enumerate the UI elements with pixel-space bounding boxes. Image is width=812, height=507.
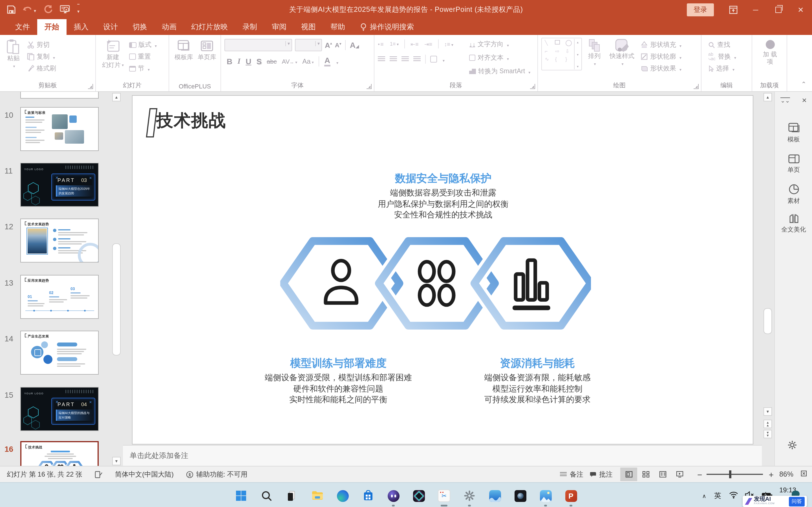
- quick-styles-button[interactable]: 快速样式: [607, 38, 637, 69]
- file-explorer-icon[interactable]: [310, 489, 324, 503]
- columns-icon[interactable]: [430, 56, 437, 62]
- thumbnail-scrollbar[interactable]: ▲ ▼: [112, 93, 121, 466]
- decrease-indent-icon[interactable]: ⇤≡: [410, 41, 418, 47]
- task-view-icon[interactable]: [285, 489, 299, 503]
- hidden-icons-chevron[interactable]: ∧: [702, 493, 706, 499]
- font-dialog-launcher[interactable]: [366, 84, 371, 89]
- increase-indent-icon[interactable]: ⇥≡: [424, 41, 432, 47]
- redo-icon[interactable]: [43, 5, 52, 14]
- zoom-level[interactable]: 86%: [779, 470, 794, 478]
- numbering-icon[interactable]: 1≡: [390, 41, 399, 47]
- thumbnail-slide-13[interactable]: 应用发展趋势 01 02 03: [20, 275, 99, 319]
- notes-toggle[interactable]: 备注: [560, 469, 583, 479]
- convert-smartart-button[interactable]: 转换为 SmartArt: [469, 65, 530, 77]
- font-size-combo[interactable]: [295, 39, 322, 51]
- ribbon-display-options-icon[interactable]: [722, 0, 744, 19]
- tab-review[interactable]: 审阅: [264, 19, 294, 35]
- font-color-dropdown-icon[interactable]: [335, 56, 338, 66]
- tab-help[interactable]: 帮助: [323, 19, 352, 35]
- thumbnail-slide-15[interactable]: YOUR LOGO ✕ ✕ PART 04 端侧AI大模型的挑战与 应对策略: [20, 387, 99, 431]
- bold-button[interactable]: B: [227, 57, 232, 66]
- ime-language-indicator[interactable]: 英: [714, 491, 721, 501]
- sidebar-item-templates[interactable]: 模板: [775, 122, 812, 144]
- tell-me-search[interactable]: 操作说明搜索: [360, 19, 414, 35]
- tab-view[interactable]: 视图: [294, 19, 323, 35]
- thumbnail-scrollbar-thumb[interactable]: [112, 243, 121, 355]
- tab-design[interactable]: 设计: [96, 19, 125, 35]
- camera-app-icon[interactable]: [513, 489, 527, 503]
- reading-view-button[interactable]: [654, 467, 671, 481]
- start-slideshow-icon[interactable]: [60, 5, 70, 14]
- change-case-button[interactable]: Aa: [302, 57, 313, 65]
- align-left-icon[interactable]: [378, 56, 385, 62]
- zoom-slider[interactable]: [707, 474, 763, 475]
- text-direction-button[interactable]: ↓↓文字方向: [469, 38, 509, 50]
- top-heading[interactable]: 数据安全与隐私保护: [133, 171, 754, 186]
- top-body[interactable]: 端侧数据容易受到攻击和泄露 用户隐私保护与数据利用之间的权衡 安全性和合规性的技…: [133, 187, 754, 221]
- next-slide-button[interactable]: ▼▼: [763, 430, 772, 438]
- increase-font-icon[interactable]: A▴: [325, 41, 332, 49]
- powerpoint-icon[interactable]: P: [564, 489, 578, 503]
- previous-slide-button[interactable]: ▲▲: [763, 420, 772, 428]
- language-status[interactable]: 简体中文(中国大陆): [115, 469, 174, 479]
- format-painter-button[interactable]: 格式刷: [27, 62, 56, 74]
- page-library-button[interactable]: 单页库: [198, 38, 216, 62]
- layout-button[interactable]: 版式: [129, 39, 157, 51]
- justify-icon[interactable]: [413, 56, 421, 62]
- thumbnail-slide-12[interactable]: 技术发展趋势: [20, 219, 99, 263]
- text-shadow-button[interactable]: S: [256, 57, 262, 66]
- normal-view-button[interactable]: [620, 467, 638, 481]
- zoom-out-button[interactable]: −: [697, 469, 702, 479]
- shape-gallery[interactable]: ╲ ⌐⇨⇩ ∿{} ▴▾▾: [541, 38, 582, 70]
- shape-gallery-scroll[interactable]: ▴▾▾: [574, 39, 581, 69]
- find-button[interactable]: 查找: [708, 39, 749, 51]
- slide-scrollbar[interactable]: ▲ ▼ ▲▲ ▼▼: [762, 92, 774, 466]
- paste-button[interactable]: 粘贴: [3, 38, 24, 71]
- zoom-slider-thumb[interactable]: [729, 470, 731, 478]
- tab-animations[interactable]: 动画: [154, 19, 184, 35]
- thumbnail-slide-14[interactable]: 产业生态发展: [20, 331, 99, 375]
- customize-qat-icon[interactable]: [77, 4, 80, 15]
- align-center-icon[interactable]: [390, 56, 397, 62]
- paragraph-dialog-launcher[interactable]: [530, 84, 535, 89]
- template-library-button[interactable]: 模板库: [174, 38, 193, 62]
- strikethrough-button[interactable]: abc: [267, 58, 277, 64]
- close-button[interactable]: ✕: [790, 0, 812, 19]
- copy-button[interactable]: 复制: [27, 51, 56, 62]
- comments-toggle[interactable]: 批注: [590, 469, 613, 479]
- tab-file[interactable]: 文件: [8, 19, 37, 35]
- line-spacing-icon[interactable]: ↕≡: [444, 41, 453, 47]
- addins-button[interactable]: 加 载项: [758, 39, 782, 66]
- select-button[interactable]: 选择: [708, 62, 749, 74]
- sidebar-item-beautify[interactable]: 全文美化: [775, 214, 812, 234]
- bottom-right-body[interactable]: 端侧设备资源有限，能耗敏感 模型运行效率和能耗控制 可持续发展和绿色计算的要求: [426, 372, 649, 405]
- undo-button[interactable]: [23, 4, 36, 15]
- tab-home[interactable]: 开始: [37, 19, 66, 35]
- section-button[interactable]: 节: [129, 62, 157, 74]
- zoom-in-button[interactable]: +: [769, 469, 774, 479]
- sidebar-item-assets[interactable]: 素材: [775, 184, 812, 205]
- shape-fill-button[interactable]: 形状填充: [641, 39, 681, 51]
- bottom-right-heading[interactable]: 资源消耗与能耗: [426, 356, 649, 371]
- slide-title[interactable]: 技术挑战: [156, 109, 226, 132]
- spellcheck-icon[interactable]: [95, 470, 103, 478]
- align-text-button[interactable]: 对齐文本: [469, 52, 509, 64]
- tab-record[interactable]: 录制: [235, 19, 264, 35]
- drawing-dialog-launcher[interactable]: [694, 84, 699, 89]
- copilot-icon[interactable]: [387, 489, 400, 503]
- media-player-icon[interactable]: [488, 489, 502, 503]
- italic-button[interactable]: I: [238, 57, 241, 66]
- character-spacing-button[interactable]: AV↔: [282, 58, 297, 64]
- slide-sorter-view-button[interactable]: [638, 467, 654, 481]
- slideshow-view-button[interactable]: [671, 467, 688, 481]
- thumbnail-scroll-up-icon[interactable]: ▲: [112, 93, 121, 101]
- watermark-qa-button[interactable]: 问答: [789, 497, 805, 506]
- settings-gear-icon[interactable]: [787, 440, 797, 452]
- slide-scroll-down-icon[interactable]: ▼: [763, 407, 772, 416]
- wifi-icon[interactable]: [729, 491, 738, 501]
- font-color-button[interactable]: A: [324, 56, 330, 66]
- reset-button[interactable]: 重置: [129, 51, 157, 62]
- collapse-ribbon-icon[interactable]: ⌃: [801, 80, 806, 88]
- arrange-button[interactable]: 排列: [585, 38, 603, 69]
- photos-icon[interactable]: [539, 489, 552, 503]
